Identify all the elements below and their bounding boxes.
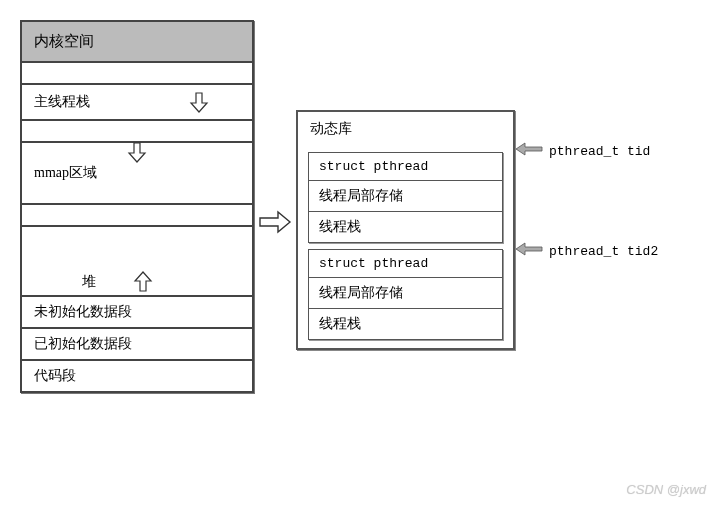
tid2-label: pthread_t tid2: [549, 244, 658, 259]
process-memory-layout: 内核空间 主线程栈 mmap区域 堆 未初始化数据段 已初始化数据段: [20, 20, 254, 393]
tid2-pointer: pthread_t tid2: [515, 242, 658, 260]
thread-stack-row: 线程栈: [309, 309, 502, 339]
dynamic-library-header: 动态库: [298, 112, 513, 146]
struct-pthread-row: struct pthread: [309, 153, 502, 181]
arrow-down-icon: [188, 91, 210, 113]
thread-block: struct pthread 线程局部存储 线程栈: [308, 152, 503, 243]
data-segment-row: 已初始化数据段: [22, 329, 252, 361]
arrow-left-icon: [515, 142, 543, 160]
kernel-space-row: 内核空间: [22, 22, 252, 63]
dynamic-library-box: 动态库 struct pthread 线程局部存储 线程栈 struct pth…: [296, 110, 515, 350]
heap-label: 堆: [82, 273, 96, 291]
bss-row: 未初始化数据段: [22, 297, 252, 329]
dynamic-library-label: 动态库: [310, 121, 352, 136]
text-segment-row: 代码段: [22, 361, 252, 391]
kernel-space-label: 内核空间: [34, 33, 94, 49]
thread-stack-row: 线程栈: [309, 212, 502, 242]
text-segment-label: 代码段: [34, 367, 76, 385]
struct-pthread-row: struct pthread: [309, 250, 502, 278]
thread-blocks-container: struct pthread 线程局部存储 线程栈 struct pthread…: [298, 146, 513, 348]
arrow-left-icon: [515, 242, 543, 260]
main-thread-stack-label: 主线程栈: [34, 93, 90, 111]
thread-block: struct pthread 线程局部存储 线程栈: [308, 249, 503, 340]
arrow-right-icon: [258, 210, 292, 238]
thread-local-storage-row: 线程局部存储: [309, 181, 502, 212]
mmap-region-row: mmap区域: [22, 143, 252, 205]
gap-row: [22, 205, 252, 227]
watermark: CSDN @jxwd: [626, 482, 706, 497]
tid1-label: pthread_t tid: [549, 144, 650, 159]
mmap-region-label: mmap区域: [34, 164, 252, 182]
gap-row: [22, 63, 252, 85]
thread-local-storage-row: 线程局部存储: [309, 278, 502, 309]
gap-row: [22, 121, 252, 143]
heap-row: 堆: [22, 227, 252, 297]
data-segment-label: 已初始化数据段: [34, 335, 132, 353]
arrow-up-icon: [132, 271, 154, 293]
main-thread-stack-row: 主线程栈: [22, 85, 252, 121]
arrow-down-icon: [126, 141, 148, 163]
tid1-pointer: pthread_t tid: [515, 142, 650, 160]
bss-label: 未初始化数据段: [34, 303, 132, 321]
